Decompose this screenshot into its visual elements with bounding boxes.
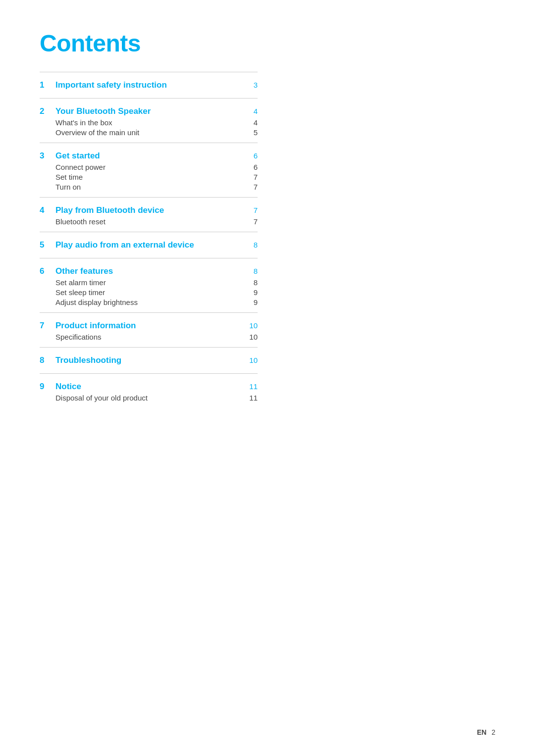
toc-sub-item: Set alarm timer8: [40, 278, 258, 287]
toc-title-7: Product information: [55, 321, 136, 331]
toc-number-8: 8: [40, 355, 49, 365]
toc-number-1: 1: [40, 80, 49, 90]
toc-page-1: 3: [246, 81, 258, 89]
footer-page-number: 2: [491, 728, 495, 736]
toc-sub-item: Set time7: [40, 173, 258, 181]
toc-page-2: 4: [246, 107, 258, 115]
toc-title-5: Play audio from an external device: [55, 240, 194, 250]
footer-language: EN: [477, 728, 486, 736]
toc-sub-page: 7: [246, 173, 258, 181]
toc-sub-item: Turn on7: [40, 183, 258, 191]
toc-number-3: 3: [40, 151, 49, 161]
toc-title-3: Get started: [55, 151, 100, 161]
toc-sub-page: 7: [246, 217, 258, 226]
toc-sub-title: Connect power: [55, 163, 106, 171]
toc-sub-item: Adjust display brightness9: [40, 298, 258, 306]
toc-sub-page: 9: [246, 298, 258, 306]
toc-page-8: 10: [246, 356, 258, 364]
toc-sub-page: 7: [246, 183, 258, 191]
toc-title-9: Notice: [55, 382, 81, 392]
toc-sub-item: Disposal of your old product11: [40, 394, 258, 402]
toc-sub-title: Disposal of your old product: [55, 394, 148, 402]
toc-number-7: 7: [40, 321, 49, 331]
toc-sub-page: 5: [246, 128, 258, 137]
toc-sub-title: Specifications: [55, 333, 102, 341]
toc-section-3[interactable]: 3Get started6Connect power6Set time7Turn…: [40, 143, 258, 197]
toc-section-8[interactable]: 8Troubleshooting10: [40, 347, 258, 373]
page-container: Contents 1Important safety instruction32…: [0, 0, 297, 448]
page-title: Contents: [40, 30, 258, 57]
toc-section-4[interactable]: 4Play from Bluetooth device7Bluetooth re…: [40, 197, 258, 232]
toc-page-4: 7: [246, 206, 258, 214]
toc-sub-page: 11: [246, 394, 258, 402]
toc-sub-page: 10: [246, 333, 258, 341]
toc-number-2: 2: [40, 106, 49, 116]
toc-sub-page: 8: [246, 278, 258, 287]
toc-section-1[interactable]: 1Important safety instruction3: [40, 72, 258, 98]
toc-number-5: 5: [40, 240, 49, 250]
toc-sub-title: What's in the box: [55, 118, 112, 127]
toc-title-2: Your Bluetooth Speaker: [55, 106, 151, 116]
toc-sub-item: Specifications10: [40, 333, 258, 341]
toc-sub-title: Turn on: [55, 183, 81, 191]
toc-sub-title: Set time: [55, 173, 83, 181]
toc-sub-page: 6: [246, 163, 258, 171]
toc-section-9[interactable]: 9Notice11Disposal of your old product11: [40, 373, 258, 408]
toc-sub-item: What's in the box4: [40, 118, 258, 127]
toc-page-5: 8: [246, 241, 258, 249]
toc-page-3: 6: [246, 151, 258, 160]
toc-sub-page: 9: [246, 288, 258, 297]
toc-section-5[interactable]: 5Play audio from an external device8: [40, 232, 258, 258]
toc-number-9: 9: [40, 382, 49, 392]
toc-title-8: Troubleshooting: [55, 355, 121, 365]
toc-page-7: 10: [246, 321, 258, 330]
toc-section-7[interactable]: 7Product information10Specifications10: [40, 312, 258, 347]
toc-sub-title: Set sleep timer: [55, 288, 105, 297]
toc-sub-item: Overview of the main unit5: [40, 128, 258, 137]
toc-sub-item: Bluetooth reset7: [40, 217, 258, 226]
toc-sub-title: Set alarm timer: [55, 278, 106, 287]
toc-title-1: Important safety instruction: [55, 80, 167, 90]
toc-section-2[interactable]: 2Your Bluetooth Speaker4What's in the bo…: [40, 98, 258, 143]
toc-sub-page: 4: [246, 118, 258, 127]
toc-page-6: 8: [246, 267, 258, 275]
toc-page-9: 11: [246, 382, 258, 391]
toc-number-4: 4: [40, 205, 49, 215]
toc-sub-item: Set sleep timer9: [40, 288, 258, 297]
toc-title-6: Other features: [55, 266, 113, 276]
toc-number-6: 6: [40, 266, 49, 276]
toc-sub-title: Bluetooth reset: [55, 217, 106, 226]
footer: EN 2: [477, 728, 495, 736]
toc-sub-title: Overview of the main unit: [55, 128, 139, 137]
toc-sub-item: Connect power6: [40, 163, 258, 171]
toc-section-6[interactable]: 6Other features8Set alarm timer8Set slee…: [40, 258, 258, 312]
toc-section: 1Important safety instruction32Your Blue…: [40, 72, 258, 408]
toc-sub-title: Adjust display brightness: [55, 298, 138, 306]
toc-title-4: Play from Bluetooth device: [55, 205, 164, 215]
